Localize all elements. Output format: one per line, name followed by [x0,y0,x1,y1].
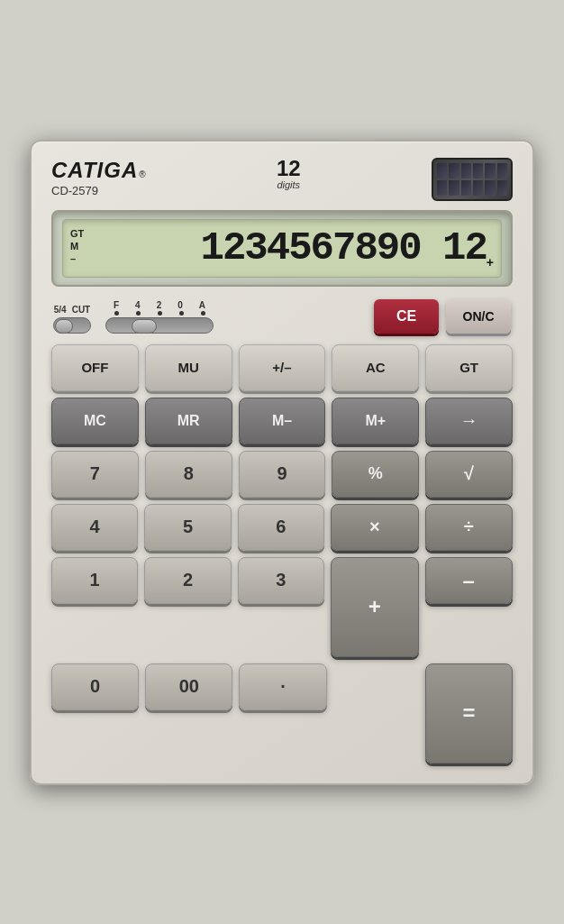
decimal-dot [158,311,162,316]
digits-info: 12 digits [277,158,301,190]
solar-panel [432,158,513,201]
rounding-labels: 5/4 CUT [54,305,90,315]
solar-cell [461,163,471,178]
mplus-button[interactable]: M+ [332,398,419,444]
digits-count: 12 [277,158,301,179]
decimal-dot [179,311,184,316]
decimal-slider[interactable] [105,317,214,334]
row6-spacer [333,663,419,764]
display-plus-sign: + [487,255,494,270]
decimal-dot [201,311,205,316]
ac-button[interactable]: AC [332,344,419,391]
row-1: OFF MU +/– AC GT [51,344,513,391]
m-indicator: M [70,240,84,252]
gt-button[interactable]: GT [425,344,513,391]
row-2: MC MR M– M+ → [51,398,513,444]
minus-indicator: – [70,252,84,265]
equals-button[interactable]: = [425,663,513,764]
calculator-body: CATIGA ® CD-2579 12 digits G [30,140,534,785]
brand-name: CATIGA ® [51,158,146,183]
row-5-ops: + – [331,557,513,657]
zero-button[interactable]: 0 [51,663,139,710]
toggle-knob [55,319,73,334]
mu-button[interactable]: MU [145,344,232,391]
digits-label: digits [277,179,301,190]
nine-button[interactable]: 9 [239,451,326,498]
double-zero-button[interactable]: 00 [145,663,232,710]
num-left-section: 4 5 6 1 2 3 [51,504,324,657]
solar-cell [449,180,459,196]
seven-button[interactable]: 7 [51,451,139,498]
decimal-button[interactable]: · [239,663,326,710]
arrow-button[interactable]: → [425,398,513,444]
ce-button[interactable]: CE [374,299,439,334]
minus-button[interactable]: – [425,557,514,604]
solar-cell [449,163,459,178]
four-button[interactable]: 4 [51,504,138,551]
plus-button[interactable]: + [331,557,419,657]
solar-cell [485,180,495,196]
solar-cell [461,180,471,196]
solar-cell [437,180,447,196]
row-6: 0 00 · = [51,663,513,764]
rounding-toggle[interactable] [53,317,91,334]
decimal-switch-group: F 4 2 0 A [105,300,214,334]
solar-cell [497,163,507,178]
off-button[interactable]: OFF [51,344,139,391]
five-button[interactable]: 5 [144,504,231,551]
divide-button[interactable]: ÷ [425,504,514,551]
mc-button[interactable]: MC [51,398,139,444]
decimal-dot [136,311,141,316]
row-5: 1 2 3 [51,557,324,604]
switches-row: 5/4 CUT F 4 2 0 A [51,299,513,334]
three-button[interactable]: 3 [238,557,324,604]
decimal-labels: F 4 2 0 A [105,300,214,310]
model-number: CD-2579 [51,184,146,197]
solar-cell [485,163,495,178]
display-indicators: GT M – [70,227,84,266]
multiply-button[interactable]: × [331,504,419,551]
decimal-dot [114,311,119,316]
eight-button[interactable]: 8 [145,451,232,498]
row-4: 4 5 6 [51,504,324,551]
brand-info: CATIGA ® CD-2579 [51,158,146,197]
plus-minus-button[interactable]: +/– [239,344,326,391]
solar-cell [473,163,483,178]
onc-button[interactable]: ON/C [446,299,511,334]
solar-cell [437,163,447,178]
op-right-section: × ÷ + – [331,504,513,657]
decimal-dots [105,311,214,316]
one-button[interactable]: 1 [51,557,138,604]
mminus-button[interactable]: M– [239,398,326,444]
rows-4-5: 4 5 6 1 2 3 × ÷ + – [51,504,513,657]
ce-onc-group: CE ON/C [374,299,511,334]
display-screen: GT M – 1234567890 12 + [62,219,502,278]
display-value: 1234567890 12 [87,228,487,268]
row-4-ops: × ÷ [331,504,513,551]
mr-button[interactable]: MR [145,398,232,444]
six-button[interactable]: 6 [238,504,324,551]
percent-button[interactable]: % [332,451,419,498]
buttons-section: OFF MU +/– AC GT MC MR M– M+ → 7 8 9 % √ [51,344,513,764]
solar-cell [497,180,507,196]
rounding-switch-group: 5/4 CUT [53,305,91,334]
row-3: 7 8 9 % √ [51,451,513,498]
display-container: GT M – 1234567890 12 + [51,210,513,287]
gt-indicator: GT [70,227,84,240]
calculator-header: CATIGA ® CD-2579 12 digits [51,158,513,201]
solar-cell [473,180,483,196]
decimal-knob [132,319,157,334]
sqrt-button[interactable]: √ [425,451,513,498]
two-button[interactable]: 2 [144,557,231,604]
